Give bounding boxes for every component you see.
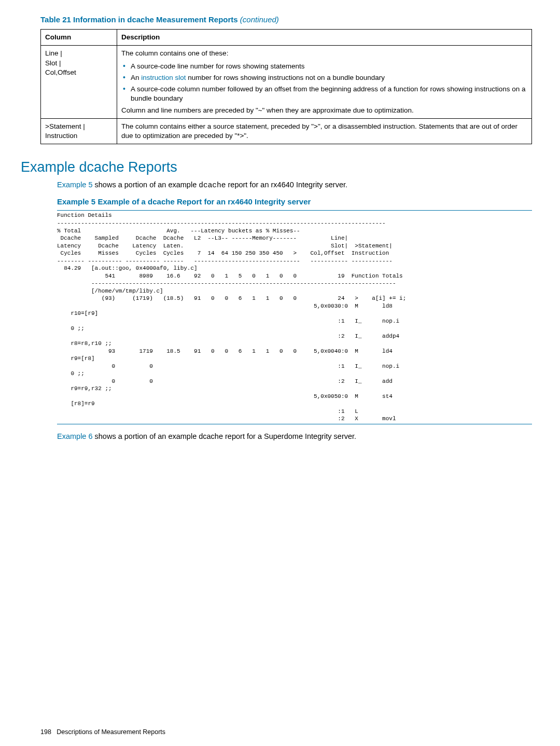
cell-statement-description: The column contains either a source stat… bbox=[117, 118, 532, 144]
caption-tail: (continued) bbox=[238, 15, 279, 24]
list-item: An instruction slot number for rows show… bbox=[121, 72, 527, 84]
intro-text: The column contains one of these: bbox=[121, 49, 527, 58]
section-heading: Example dcache Reports bbox=[21, 158, 532, 176]
example6-intro-paragraph: Example 6 shows a portion of an example … bbox=[57, 432, 532, 442]
coloffset-label: Col,Offset bbox=[45, 68, 76, 76]
cell-line-description: The column contains one of these: A sour… bbox=[117, 46, 532, 118]
cell-statement-instruction: >Statement | Instruction bbox=[41, 118, 117, 144]
table-header-row: Column Description bbox=[41, 30, 532, 46]
list-item-text-b: number for rows showing instructions not… bbox=[186, 74, 385, 81]
table-row: >Statement | Instruction The column cont… bbox=[41, 118, 532, 144]
example-rule-top bbox=[57, 210, 532, 211]
instruction-slot-link[interactable]: instruction slot bbox=[141, 74, 186, 81]
col-header-description: Description bbox=[117, 30, 532, 46]
table-row: Line | Slot | Col,Offset The column cont… bbox=[41, 46, 532, 118]
dcache-monospace: dcache bbox=[199, 181, 226, 189]
col-header-column: Column bbox=[41, 30, 117, 46]
caption-main: Table 21 Information in dcache Measureme… bbox=[40, 15, 238, 24]
table-caption: Table 21 Information in dcache Measureme… bbox=[40, 15, 532, 25]
statement-label: >Statement | bbox=[45, 122, 85, 130]
list-item: A source-code line number for rows showi… bbox=[121, 61, 527, 72]
outro-text: Column and line numbers are preceded by … bbox=[121, 106, 527, 115]
para1-c: report for an rx4640 Integrity server. bbox=[226, 181, 347, 189]
example6-link[interactable]: Example 6 bbox=[57, 432, 93, 440]
instruction-label: Instruction bbox=[45, 132, 77, 140]
footer-page-number: 198 bbox=[40, 728, 51, 736]
para2-b: shows a portion of an example dcache rep… bbox=[93, 432, 357, 440]
cell-line-slot-coloffset: Line | Slot | Col,Offset bbox=[41, 46, 117, 118]
list-item-text: A source-code column number followed by … bbox=[131, 85, 525, 102]
list-item-text: A source-code line number for rows showi… bbox=[131, 62, 304, 70]
footer-section-title: Descriptions of Measurement Reports bbox=[57, 728, 165, 736]
example5-caption: Example 5 Example of a dcache Report for… bbox=[57, 197, 532, 207]
list-item-text-a: An bbox=[131, 74, 141, 81]
column-description-list: A source-code line number for rows showi… bbox=[121, 61, 527, 105]
example-rule-bottom bbox=[57, 424, 532, 424]
dcache-column-table: Column Description Line | Slot | Col,Off… bbox=[40, 29, 532, 144]
list-item: A source-code column number followed by … bbox=[121, 84, 527, 104]
example5-link[interactable]: Example 5 bbox=[57, 181, 93, 189]
slot-label: Slot | bbox=[45, 59, 61, 67]
para1-b: shows a portion of an example bbox=[93, 181, 199, 189]
example5-report: Function Details -----------------------… bbox=[57, 212, 532, 422]
line-label: Line | bbox=[45, 49, 62, 57]
example5-intro-paragraph: Example 5 shows a portion of an example … bbox=[57, 180, 532, 191]
page-footer: 198 Descriptions of Measurement Reports bbox=[40, 728, 165, 737]
